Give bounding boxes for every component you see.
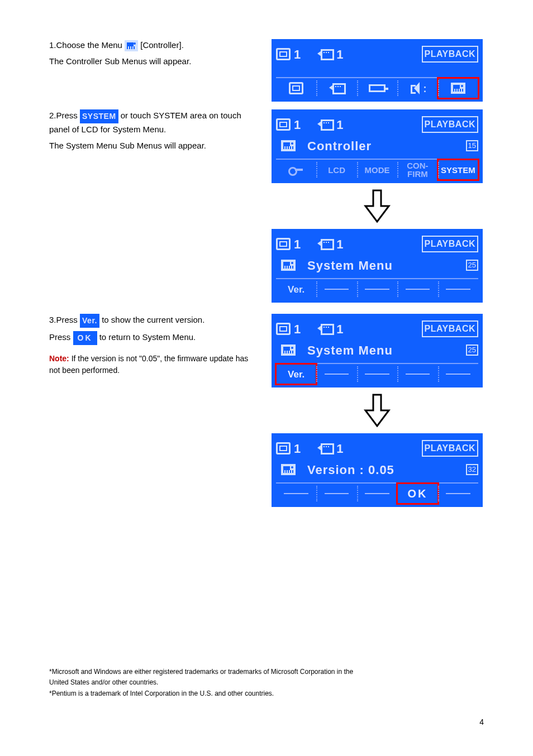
step-3: 3.Press Ver. to show the current version… [49,314,484,510]
tab-version[interactable]: Ver. [276,279,316,299]
screen-icon [289,82,303,94]
footer-line-2: United States and/or other countries. [49,678,484,687]
menu-tab-monitor[interactable] [276,78,316,98]
tab-empty [438,364,478,384]
step-2-screens: 1 1 PLAYBACK Controller 15 [272,109,484,306]
step-2-text: 2.Press SYSTEM or touch SYSTEM area on t… [49,109,272,155]
menu-tab-audio[interactable]: : [397,78,437,98]
camera-icon [317,239,333,249]
tab-ok[interactable]: OK [397,484,437,504]
step-1-intro: 1.Choose the Menu [49,40,125,50]
step-3-text: 3.Press Ver. to show the current version… [49,314,272,376]
step-1-text: 1.Choose the Menu [Controller]. The Cont… [49,39,272,71]
tab-empty [357,484,397,504]
step-1-follow: The Controller Sub Menus will appear. [49,55,260,68]
arrow-down-icon [272,186,483,226]
tab-empty [438,279,478,299]
tab-lcd[interactable]: LCD [316,160,356,180]
tab-empty [438,484,478,504]
tab-empty [316,484,356,504]
tab-version[interactable]: Ver. [276,364,316,384]
camera-icon [329,83,345,93]
step-2-intro: 2.Press [49,111,80,120]
tab-empty [397,364,437,384]
controller-icon [281,344,296,356]
menu-tab-controller[interactable] [438,78,478,98]
step-1: 1.Choose the Menu [Controller]. The Cont… [49,39,484,105]
step-3-intro: 3.Press [49,315,80,324]
controller-icon-inline [125,41,138,51]
ver-label: Ver. [80,314,99,328]
lcd-screen-version: 1 1 PLAYBACK Version : 0.05 32 [272,433,483,507]
footer-trademarks: *Microsoft and Windows are either regist… [49,667,484,700]
step-3-after-ok: to return to System Menu. [99,332,196,342]
tab-lock[interactable] [276,160,316,180]
playback-badge: PLAYBACK [422,116,478,133]
camera-icon [317,49,333,59]
controller-icon [451,83,465,94]
screen-icon [276,323,291,335]
monitor-number: 1 [294,45,301,64]
page-indicator: 25 [466,344,478,356]
step-3-after-ver: to show the current version. [102,315,204,324]
ok-label: OK [73,331,97,345]
lcd-screen-controller: 1 1 PLAYBACK Controller 15 [272,109,483,183]
version-title: Version : 0.05 [307,461,394,479]
screen-icon [276,442,291,454]
page-indicator: 15 [466,140,478,151]
page-indicator: 32 [466,464,478,475]
arrow-down-icon [272,391,483,430]
footer-line-3: *Pentium is a trademark of Intel Corpora… [49,689,484,698]
camera-icon [317,324,333,334]
lcd-screen-system-menu: 1 1 PLAYBACK System Menu 25 [272,229,483,303]
step-3-press: Press [49,332,73,342]
system-label: SYSTEM [80,109,118,123]
step-1-screens: 1 1 PLAYBACK : [272,39,484,105]
camera-number: 1 [336,116,343,134]
controller-title: Controller [307,137,372,155]
camera-number: 1 [336,235,343,253]
note-prefix: Note: [49,354,72,363]
speaker-icon: : [411,82,424,94]
tab-empty [357,279,397,299]
note-text: If the version is not "0.05", the firmwa… [49,354,248,375]
lcd-screen-main-menu: 1 1 PLAYBACK : [272,39,483,102]
screen-icon [276,48,291,60]
tab-empty [276,484,316,504]
playback-badge: PLAYBACK [422,236,478,252]
tab-confirm[interactable]: CON-FIRM [397,160,437,180]
playback-badge: PLAYBACK [422,320,478,337]
monitor-number: 1 [294,116,301,134]
menu-tab-recorder[interactable] [357,78,397,98]
recorder-icon [369,84,386,92]
tab-empty [397,279,437,299]
playback-badge: PLAYBACK [422,440,478,457]
tab-empty [316,279,356,299]
step-1-after: [Controller]. [140,40,184,50]
monitor-number: 1 [294,235,301,253]
tab-mode[interactable]: MODE [357,160,397,180]
lcd-screen-system-menu-ver: 1 1 PLAYBACK System Menu 25 [272,314,483,387]
step-2-follow: The System Menu Sub Menus will appear. [49,140,260,152]
screen-icon [276,118,291,131]
camera-icon [317,119,333,130]
page-number: 4 [479,716,484,728]
camera-number: 1 [336,45,343,64]
tab-empty [357,364,397,384]
menu-tab-camera[interactable] [316,78,356,98]
camera-icon [317,443,333,453]
camera-number: 1 [336,320,343,338]
playback-badge: PLAYBACK [422,46,478,63]
step-3-screens: 1 1 PLAYBACK System Menu 25 [272,314,484,510]
camera-number: 1 [336,439,343,458]
controller-icon [281,464,296,475]
system-menu-title: System Menu [307,341,393,360]
step-2: 2.Press SYSTEM or touch SYSTEM area on t… [49,109,484,306]
page-indicator: 25 [466,260,478,271]
footer-line-1: *Microsoft and Windows are either regist… [49,667,484,677]
controller-icon [281,140,296,151]
tab-system[interactable]: SYSTEM [438,160,478,180]
key-icon [288,166,304,174]
monitor-number: 1 [294,439,301,458]
monitor-number: 1 [294,320,301,338]
